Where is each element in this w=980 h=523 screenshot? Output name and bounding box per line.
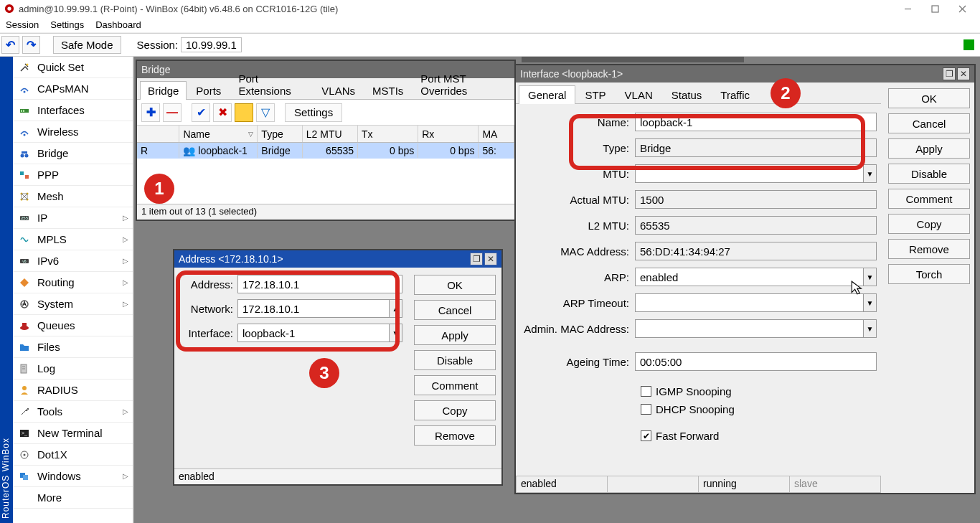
disable-button[interactable]: ✖ [213,103,232,122]
bridge-tab-vlans[interactable]: VLANs [314,81,363,100]
sidebar-item-mesh[interactable]: Mesh [13,186,133,207]
chk-dhcp[interactable]: DHCP Snooping [520,403,877,415]
sidebar-item-quick-set[interactable]: Quick Set [13,57,133,78]
col-type[interactable]: Type [258,126,302,142]
sidebar-item-ip[interactable]: 255IP▷ [13,207,133,229]
iface-tab-general[interactable]: General [519,85,575,104]
input-interface[interactable]: loopback-1 [237,324,390,342]
iface-restore-icon[interactable]: ❐ [943,67,956,80]
sidebar-item-ipv6[interactable]: v6IPv6▷ [13,250,133,272]
input-network[interactable]: 172.18.10.1 [237,299,390,318]
mtu-dropdown-icon[interactable]: ▼ [864,164,877,183]
sidebar-icon [17,385,32,396]
sidebar-item-log[interactable]: Log [13,358,133,380]
sidebar-item-radius[interactable]: RADIUS [13,380,133,401]
bridge-tab-mstis[interactable]: MSTIs [364,81,411,100]
arp-dropdown-icon[interactable]: ▼ [864,268,877,286]
iface-tab-status[interactable]: Status [662,85,712,104]
safe-mode-button[interactable]: Safe Mode [53,36,121,54]
iface-tab-traffic[interactable]: Traffic [711,85,759,104]
apply-button[interactable]: Apply [888,138,970,159]
add-button[interactable]: ✚ [141,103,160,122]
enable-button[interactable]: ✔ [192,103,210,122]
addr-apply-button[interactable]: Apply [414,325,496,345]
input-arp[interactable]: enabled [635,268,864,286]
addr-copy-button[interactable]: Copy [414,400,496,420]
addr-cancel-button[interactable]: Cancel [414,300,496,320]
menu-settings[interactable]: Settings [50,19,84,30]
checkbox-icon[interactable] [641,404,651,415]
col-l2mtu[interactable]: L2 MTU [303,126,358,142]
input-mtu[interactable] [635,164,864,183]
bridge-tab-port-mst-overrides[interactable]: Port MST Overrides [413,69,512,100]
sidebar-item-windows[interactable]: Windows▷ [13,466,133,487]
sidebar-item-dot1x[interactable]: Dot1X [13,444,133,466]
addr-restore-icon[interactable]: ❐ [470,253,483,265]
input-admin-mac[interactable] [635,319,864,338]
col-name[interactable]: Name▽ [179,126,258,142]
input-arp-timeout[interactable] [635,293,864,312]
bridge-tab-port-extensions[interactable]: Port Extensions [230,69,312,100]
sidebar-item-ppp[interactable]: PPP [13,164,133,186]
redo-button[interactable]: ↷ [22,36,40,54]
sidebar-item-new-terminal[interactable]: >_New Terminal [13,423,133,444]
checkbox-checked-icon[interactable]: ✔ [641,430,651,441]
input-name[interactable]: loopback-1 [635,113,877,131]
interface-titlebar[interactable]: Interface <loopback-1> ❐ ✕ [516,65,974,83]
checkbox-icon[interactable] [641,386,651,397]
torch-button[interactable]: Torch [888,264,970,284]
addr-remove-button[interactable]: Remove [414,425,496,446]
sidebar-item-mpls[interactable]: MPLS▷ [13,229,133,250]
settings-button[interactable]: Settings [285,103,342,122]
sidebar-item-routing[interactable]: Routing▷ [13,272,133,293]
os-minimize[interactable] [894,0,921,17]
chk-igmp[interactable]: IGMP Snooping [520,385,877,397]
ok-button[interactable]: OK [888,88,970,108]
bridge-grid[interactable]: Name▽ Type L2 MTU Tx Rx MA R 👥 loopback-… [137,126,514,204]
sidebar-item-files[interactable]: Files [13,336,133,358]
sidebar-item-queues[interactable]: Queues [13,315,133,336]
input-ageing[interactable]: 00:05:00 [635,352,877,371]
sidebar-item-bridge[interactable]: Bridge [13,143,133,164]
sidebar-item-more[interactable]: More [13,487,133,509]
remove-button[interactable]: — [163,103,182,122]
filter-button[interactable]: ▽ [256,103,275,122]
address-titlebar[interactable]: Address <172.18.10.1> ❐ ✕ [174,250,501,268]
table-row[interactable]: R 👥 loopback-1 Bridge 65535 0 bps 0 bps … [137,143,514,159]
bridge-tab-ports[interactable]: Ports [188,81,229,100]
cancel-button[interactable]: Cancel [888,113,970,133]
addr-disable-button[interactable]: Disable [414,350,496,370]
col-mac[interactable]: MA [479,126,514,142]
network-up-icon[interactable]: ▲ [390,299,402,318]
sidebar-item-interfaces[interactable]: Interfaces [13,100,133,121]
chk-fastforward[interactable]: ✔Fast Forward [520,430,877,442]
admin-mac-dropdown-icon[interactable]: ▼ [864,319,877,338]
disable-button[interactable]: Disable [888,164,970,184]
os-maximize[interactable] [921,0,948,17]
comment-button[interactable]: Comment [888,189,970,209]
iface-tab-stp[interactable]: STP [575,85,615,104]
arp-timeout-dropdown-icon[interactable]: ▼ [864,293,877,312]
interface-dropdown-icon[interactable]: ▼ [390,324,402,342]
bridge-tab-bridge[interactable]: Bridge [140,81,187,100]
copy-button[interactable]: Copy [888,214,970,234]
undo-button[interactable]: ↶ [1,36,19,54]
addr-close-icon[interactable]: ✕ [484,253,497,265]
remove-button[interactable]: Remove [888,239,970,259]
addr-ok-button[interactable]: OK [414,275,496,295]
sidebar-item-wireless[interactable]: Wireless [13,121,133,143]
iface-tab-vlan[interactable]: VLAN [616,85,662,104]
col-tx[interactable]: Tx [358,126,418,142]
addr-comment-button[interactable]: Comment [414,375,496,395]
menu-session[interactable]: Session [6,19,39,30]
col-flag[interactable] [137,126,179,142]
iface-close-icon[interactable]: ✕ [957,67,970,80]
sidebar-item-capsman[interactable]: CAPsMAN [13,78,133,100]
comment-button[interactable] [235,103,253,122]
input-address[interactable]: 172.18.10.1 [237,275,402,293]
sidebar-item-system[interactable]: System▷ [13,293,133,315]
col-rx[interactable]: Rx [418,126,479,142]
menu-dashboard[interactable]: Dashboard [95,19,141,30]
sidebar-item-tools[interactable]: Tools▷ [13,401,133,423]
os-close[interactable] [948,0,976,17]
